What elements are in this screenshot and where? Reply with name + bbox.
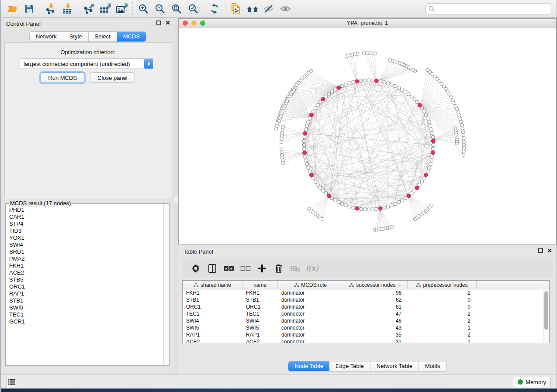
network-canvas[interactable]	[179, 28, 556, 244]
delete-column-icon[interactable]	[270, 261, 287, 276]
network-node[interactable]	[413, 189, 416, 193]
network-node[interactable]	[420, 107, 424, 110]
mcds-node-item[interactable]: TEC1	[9, 311, 163, 318]
mcds-node-item[interactable]: ORC1	[9, 283, 163, 290]
network-node[interactable]	[386, 205, 390, 208]
column-header-shared-name[interactable]: shared name	[183, 281, 242, 289]
network-node[interactable]	[303, 135, 306, 139]
mcds-node[interactable]	[374, 79, 378, 83]
network-node[interactable]	[363, 208, 367, 211]
column-chooser-icon[interactable]	[204, 261, 221, 276]
mcds-node[interactable]	[378, 206, 382, 210]
mcds-node[interactable]	[355, 79, 359, 83]
mcds-node-item[interactable]: CAR1	[9, 213, 163, 220]
mcds-node-item[interactable]: SRD1	[9, 248, 163, 255]
network-node[interactable]	[302, 143, 306, 147]
table-row[interactable]: RAP1RAP1dominator352	[183, 331, 549, 338]
tab-style[interactable]: Style	[63, 32, 89, 41]
float-panel-icon[interactable]	[156, 21, 161, 25]
network-node[interactable]	[308, 170, 311, 173]
network-node[interactable]	[330, 196, 334, 200]
table-row[interactable]: SWI5SWI5connector431	[183, 324, 549, 331]
network-node[interactable]	[426, 170, 429, 173]
network-node[interactable]	[429, 162, 432, 166]
network-node[interactable]	[303, 155, 307, 158]
table-tab-motifs[interactable]: Motifs	[419, 361, 446, 371]
splitter-grip[interactable]	[175, 196, 178, 202]
network-node[interactable]	[415, 100, 419, 104]
memory-button[interactable]: Memory	[513, 377, 551, 387]
network-node[interactable]	[311, 177, 315, 180]
network-node[interactable]	[430, 158, 433, 162]
export-network-icon[interactable]	[80, 1, 97, 16]
network-node[interactable]	[352, 206, 355, 210]
close-panel-button[interactable]: Close panel	[90, 72, 135, 83]
table-row[interactable]: FKH1FKH1dominator962	[183, 289, 549, 296]
criterion-dropdown[interactable]: largest connected component (undirected)…	[20, 58, 154, 69]
window-zoom-icon[interactable]	[200, 21, 205, 26]
network-node[interactable]	[304, 128, 308, 131]
mcds-node-item[interactable]: STP4	[9, 220, 163, 227]
mcds-node-item[interactable]: SWI4	[9, 241, 163, 248]
network-node[interactable]	[404, 90, 407, 93]
mcds-node[interactable]	[415, 186, 419, 190]
tab-network[interactable]: Network	[30, 32, 63, 41]
table-tab-node-table[interactable]: Node Table	[288, 361, 329, 371]
table-tab-edge-table[interactable]: Edge Table	[329, 361, 370, 371]
network-node[interactable]	[430, 128, 433, 131]
mcds-node[interactable]	[310, 173, 314, 177]
mcds-node-item[interactable]: SWI5	[9, 304, 163, 311]
network-node[interactable]	[401, 88, 404, 91]
zoom-out-icon[interactable]	[152, 1, 168, 16]
network-node[interactable]	[363, 79, 367, 82]
network-node[interactable]	[344, 83, 348, 86]
network-node[interactable]	[422, 177, 426, 180]
window-minimize-icon[interactable]	[191, 21, 197, 26]
deselect-all-icon[interactable]	[237, 261, 254, 276]
network-node[interactable]	[379, 79, 382, 83]
network-node[interactable]	[367, 208, 370, 211]
network-node[interactable]	[305, 124, 309, 127]
network-node[interactable]	[307, 120, 310, 124]
column-header-MCDS-role[interactable]: MCDS role	[278, 281, 343, 289]
mcds-node[interactable]	[321, 97, 325, 101]
network-node[interactable]	[390, 83, 393, 86]
network-node[interactable]	[413, 97, 416, 101]
table-row[interactable]: ACE2ACE2connector311	[183, 338, 549, 343]
network-node[interactable]	[401, 199, 404, 202]
network-node[interactable]	[431, 155, 434, 158]
close-table-panel-icon[interactable]: ✕	[547, 248, 552, 253]
network-node[interactable]	[432, 143, 435, 147]
network-node[interactable]	[420, 180, 424, 183]
panel-splitter[interactable]	[175, 18, 178, 375]
zoom-selected-icon[interactable]	[185, 1, 201, 16]
network-node[interactable]	[394, 84, 397, 88]
column-header-predecessor-nodes[interactable]: predecessor nodes	[408, 281, 477, 289]
mcds-node[interactable]	[407, 194, 411, 198]
mcds-node-item[interactable]: RAP1	[9, 290, 163, 297]
network-node[interactable]	[418, 183, 422, 186]
network-node[interactable]	[432, 147, 435, 151]
network-node[interactable]	[340, 202, 344, 206]
mcds-node-item[interactable]: YOX1	[9, 234, 163, 241]
network-node[interactable]	[333, 88, 337, 91]
network-node[interactable]	[397, 86, 401, 89]
mcds-node-item[interactable]: PMA2	[9, 255, 163, 262]
zoom-fit-icon[interactable]	[168, 1, 185, 16]
network-node[interactable]	[340, 84, 344, 88]
network-node[interactable]	[324, 95, 328, 98]
duplicate-network-icon[interactable]	[228, 1, 244, 16]
mcds-node[interactable]	[431, 151, 435, 155]
close-panel-icon[interactable]: ✕	[165, 21, 170, 25]
network-node[interactable]	[394, 202, 397, 206]
network-node[interactable]	[337, 200, 340, 204]
network-node[interactable]	[344, 203, 348, 207]
sort-chevron-icon[interactable]: ⌄	[398, 282, 401, 287]
network-node[interactable]	[314, 107, 317, 110]
network-node[interactable]	[324, 192, 328, 195]
table-settings-gear-icon[interactable]	[187, 261, 204, 276]
export-table-icon[interactable]	[97, 1, 114, 16]
network-node[interactable]	[427, 166, 431, 169]
network-node[interactable]	[307, 166, 310, 169]
network-node[interactable]	[410, 95, 413, 98]
